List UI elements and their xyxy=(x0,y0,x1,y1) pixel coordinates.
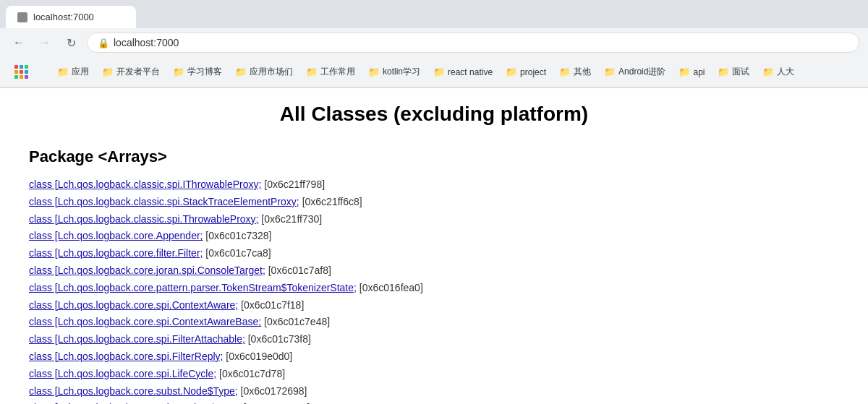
address-bar[interactable]: 🔒 localhost:7000 xyxy=(87,33,859,53)
class-link[interactable]: class [Lch.qos.logback.core.pattern.pars… xyxy=(29,282,357,293)
bookmark-project[interactable]: 📁project xyxy=(500,64,552,79)
class-list: class [Lch.qos.logback.classic.spi.IThro… xyxy=(29,176,839,404)
class-link[interactable]: class [Lch.qos.logback.core.spi.FilterRe… xyxy=(29,351,223,362)
tab-bar: localhost:7000 xyxy=(0,0,868,28)
tab-favicon xyxy=(17,12,27,22)
class-link[interactable]: class [Lch.qos.logback.core.spi.FilterAt… xyxy=(29,333,245,345)
class-addr: [0x6c01c7af8] xyxy=(265,265,331,276)
forward-button[interactable]: → xyxy=(35,33,55,53)
bookmark-label: 人大 xyxy=(777,66,794,78)
bookmarks-bar: 📁应用📁开发者平台📁学习博客📁应用市场们📁工作常用📁kotlin学习📁react… xyxy=(0,57,868,87)
folder-icon: 📁 xyxy=(368,66,380,77)
class-addr: [0x6c21ff6c8] xyxy=(299,196,362,207)
page-title: All Classes (excluding platform) xyxy=(29,103,839,126)
folder-icon: 📁 xyxy=(306,66,318,77)
bookmark-label: 应用 xyxy=(72,66,89,78)
class-link[interactable]: class [Lch.qos.logback.classic.spi.IThro… xyxy=(29,179,261,190)
class-item: class [Lch.qos.logback.classic.spi.IThro… xyxy=(29,176,839,194)
bookmark-apps[interactable] xyxy=(38,70,50,74)
class-item: class [Lch.qos.logback.classic.spi.Throw… xyxy=(29,211,839,228)
nav-bar: ← → ↻ 🔒 localhost:7000 xyxy=(0,28,868,57)
bookmark-label: project xyxy=(520,67,546,77)
bookmark-label: Android进阶 xyxy=(618,66,665,78)
bookmark-reactnative[interactable]: 📁react native xyxy=(427,64,498,79)
class-item: class [Lch.qos.logback.core.joran.spi.Co… xyxy=(29,262,839,280)
folder-icon: 📁 xyxy=(604,66,616,77)
class-addr: [0x6c01c7d78] xyxy=(216,368,285,379)
bookmark-label: react native xyxy=(448,67,493,77)
bookmark-label: 其他 xyxy=(574,66,591,78)
folder-icon: 📁 xyxy=(559,66,571,77)
folder-icon: 📁 xyxy=(678,66,690,77)
bookmark-items: 📁应用📁开发者平台📁学习博客📁应用市场们📁工作常用📁kotlin学习📁react… xyxy=(38,64,800,80)
folder-icon: 📁 xyxy=(57,66,69,77)
bookmark-qita[interactable]: 📁其他 xyxy=(553,64,597,80)
class-addr: [0x6c01c73f8] xyxy=(245,333,311,345)
bookmark-api[interactable]: 📁api xyxy=(673,64,710,79)
bookmark-renda[interactable]: 📁人大 xyxy=(757,64,800,80)
class-item: class [Lch.qos.logback.core.subst.Node$T… xyxy=(29,383,839,400)
bookmark-label: api xyxy=(693,67,705,77)
bookmark-label: 学习博客 xyxy=(187,66,222,78)
class-item: class [Lch.qos.logback.core.spi.ContextA… xyxy=(29,314,839,331)
bookmark-android[interactable]: 📁Android进阶 xyxy=(598,64,671,80)
bookmark-kotlin[interactable]: 📁kotlin学习 xyxy=(362,64,426,80)
folder-icon: 📁 xyxy=(173,66,184,77)
bookmark-yingyong[interactable]: 📁应用 xyxy=(51,64,95,80)
apps-grid-icon xyxy=(12,62,31,82)
class-addr: [0x6c21ff730] xyxy=(258,213,322,225)
lock-icon: 🔒 xyxy=(98,38,109,48)
class-link[interactable]: class [Lch.qos.logback.classic.spi.Throw… xyxy=(29,213,258,225)
bookmark-kaifazhe[interactable]: 📁开发者平台 xyxy=(96,64,166,80)
class-item: class [Lch.qos.logback.core.spi.ContextA… xyxy=(29,297,839,314)
class-addr: [0x6c016fea0] xyxy=(357,282,423,293)
class-addr: [0x6c01c7328] xyxy=(203,230,271,241)
class-item: class [Lch.qos.logback.core.pattern.pars… xyxy=(29,280,839,297)
bookmark-gongzuo[interactable]: 📁工作常用 xyxy=(300,64,361,80)
tab-title: localhost:7000 xyxy=(33,12,94,22)
class-link[interactable]: class [Lch.qos.logback.core.Appender; xyxy=(29,230,203,241)
bookmark-label: 面试 xyxy=(732,66,749,78)
class-item: class [Lch.qos.logback.core.filter.Filte… xyxy=(29,245,839,262)
class-item: class [Lch.qos.logback.core.spi.FilterRe… xyxy=(29,348,839,366)
back-button[interactable]: ← xyxy=(9,33,29,53)
folder-icon: 📁 xyxy=(506,66,517,77)
class-addr: [0x6c019e0d0] xyxy=(223,351,292,362)
class-link[interactable]: class [Lch.qos.logback.core.filter.Filte… xyxy=(29,247,203,259)
class-item: class [Lch.qos.logback.core.spi.FilterAt… xyxy=(29,331,839,348)
bookmark-xuexi[interactable]: 📁学习博客 xyxy=(167,64,228,80)
class-item: class [Lch.qos.logback.core.spi.LifeCycl… xyxy=(29,366,839,383)
bookmark-label: 开发者平台 xyxy=(116,66,160,78)
class-item: class [Lch.qos.logback.core.Appender; [0… xyxy=(29,228,839,245)
class-link[interactable]: class [Lch.qos.logback.core.spi.ContextA… xyxy=(29,299,238,311)
class-link[interactable]: class [Lch.qos.logback.classic.spi.Stack… xyxy=(29,196,299,207)
class-link[interactable]: class [Lch.qos.logback.core.subst.Node$T… xyxy=(29,385,238,397)
class-item: class [Lch.qos.logback.classic.spi.Stack… xyxy=(29,194,839,211)
folder-icon: 📁 xyxy=(718,66,729,77)
folder-icon: 📁 xyxy=(235,66,247,77)
class-addr: [0x6c01c7f18] xyxy=(238,299,304,311)
package-header: Package <Arrays> xyxy=(29,147,839,166)
bookmark-label: kotlin学习 xyxy=(383,66,420,78)
class-addr: [0x6c01c7ca8] xyxy=(203,247,271,259)
reload-button[interactable]: ↻ xyxy=(61,33,81,53)
class-link[interactable]: class [Lch.qos.logback.core.spi.ContextA… xyxy=(29,316,261,327)
class-addr: [0x6c01c7e48] xyxy=(261,316,330,327)
folder-icon: 📁 xyxy=(762,66,774,77)
folder-icon: 📁 xyxy=(102,66,114,77)
folder-icon: 📁 xyxy=(433,66,445,77)
address-text: localhost:7000 xyxy=(114,37,179,48)
browser-chrome: localhost:7000 ← → ↻ 🔒 localhost:7000 xyxy=(0,0,868,88)
bookmark-label: 应用市场们 xyxy=(250,66,293,78)
bookmark-shichang[interactable]: 📁应用市场们 xyxy=(229,64,299,80)
apps-button[interactable] xyxy=(6,60,37,84)
class-item: class [Lch.qos.logback.core.subst.Token$… xyxy=(29,400,839,404)
bookmark-label: 工作常用 xyxy=(320,66,355,78)
class-link[interactable]: class [Lch.qos.logback.core.spi.LifeCycl… xyxy=(29,368,216,379)
class-link[interactable]: class [Lch.qos.logback.core.joran.spi.Co… xyxy=(29,265,265,276)
active-tab[interactable]: localhost:7000 xyxy=(6,6,136,28)
page-content: All Classes (excluding platform) Package… xyxy=(0,88,868,404)
class-addr: [0x6c0172698] xyxy=(238,385,307,397)
class-addr: [0x6c21ff798] xyxy=(261,179,325,190)
bookmark-mianshi[interactable]: 📁面试 xyxy=(712,64,755,80)
